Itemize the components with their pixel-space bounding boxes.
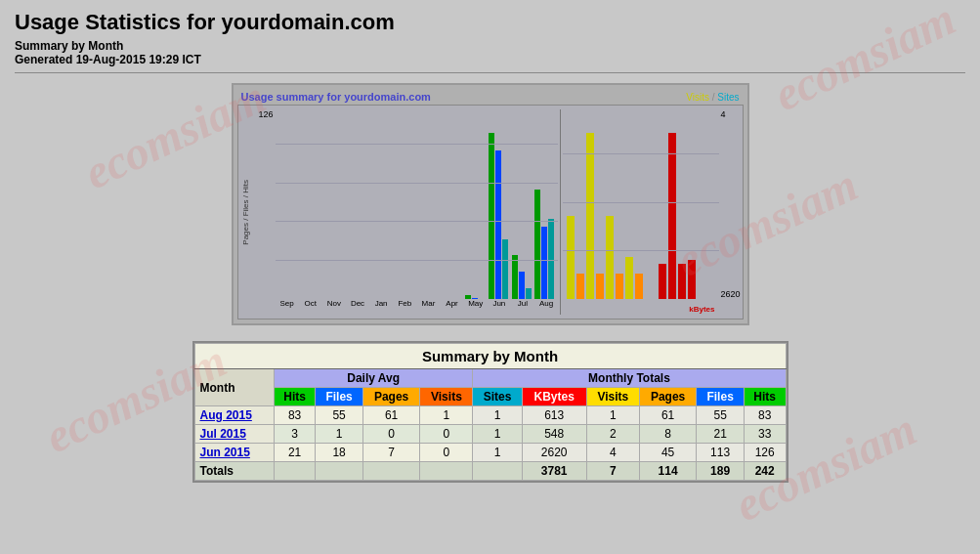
cell-pages-d-1: 0 (362, 425, 420, 444)
cell-pages-1: 8 (639, 425, 697, 444)
y-axis-left-label: Pages / Files / Hits (241, 180, 250, 245)
bar-group-nov (323, 106, 347, 299)
x-label-dec: Dec (346, 299, 369, 319)
cell-pages-d-0: 61 (362, 406, 420, 425)
x-label-jun: Jun (488, 299, 511, 319)
th-pages: Pages (362, 388, 420, 406)
totals-files: 189 (697, 462, 744, 481)
generated-text: Generated 19-Aug-2015 19:29 ICT (15, 53, 965, 66)
th-files: Files (316, 388, 362, 406)
cell-hits-2: 126 (744, 444, 786, 462)
table-row: Aug 2015 83 55 61 1 1 613 1 61 55 83 (194, 406, 786, 425)
totals-hits: 242 (744, 462, 786, 481)
totals-kbytes: 3781 (522, 462, 586, 481)
bar-pages-jun (502, 239, 508, 299)
bar-hits-aug (534, 190, 540, 299)
cell-pages-0: 61 (639, 406, 697, 425)
cell-month-2[interactable]: Jun 2015 (194, 444, 274, 462)
x-labels-left: SepOctNovDecJanFebMarAprMayJunJulAug (276, 299, 559, 319)
cell-sites-1: 1 (473, 425, 522, 444)
legend-sites: Sites (717, 92, 739, 103)
bar-visits-right-aug (625, 257, 633, 299)
summary-table-wrapper: Summary by Month Month Daily Avg Monthly… (192, 341, 788, 483)
th-sites: Sites (473, 388, 522, 406)
th-visits: Visits (420, 388, 473, 406)
cell-kbytes-0: 613 (522, 406, 586, 425)
bar-hits-jun (489, 133, 494, 299)
bar-sites-right-jun (596, 274, 604, 299)
th-visits2: Visits (586, 388, 639, 406)
th-hits2: Hits (744, 388, 786, 406)
x-label-mar: Mar (416, 299, 440, 319)
bar-visits-right-jun (586, 133, 594, 299)
right-bars (563, 106, 718, 299)
bar-group-jun (487, 106, 510, 299)
totals-pages: 114 (639, 462, 697, 481)
bar-group-dec (347, 106, 370, 299)
bar-hits-jul (512, 255, 518, 299)
bar-group-sep (277, 106, 301, 299)
y-left-top: 126 (258, 109, 273, 119)
bar-sites-right-jul (616, 274, 623, 299)
subtitle: Summary by Month (15, 39, 965, 53)
summary-table: Summary by Month Month Daily Avg Monthly… (194, 343, 787, 481)
chart-title-row: Usage summary for yourdomain.com Visits … (237, 89, 744, 105)
table-title: Summary by Month (194, 344, 786, 369)
left-bars-area: SepOctNovDecJanFebMarAprMayJunJulAug (276, 106, 559, 319)
x-label-aug: Aug (534, 299, 558, 319)
cell-visits-1: 2 (586, 425, 639, 444)
cell-pages-2: 45 (639, 444, 697, 462)
bar-group-jan (370, 106, 394, 299)
bar-kbytes-jun (668, 133, 676, 299)
th-monthly-totals: Monthly Totals (473, 369, 786, 388)
month-link-0[interactable]: Aug 2015 (200, 408, 252, 422)
bar-sites-right-aug (635, 274, 643, 299)
left-bars (276, 106, 559, 299)
cell-month-1[interactable]: Jul 2015 (194, 425, 274, 444)
x-label-feb: Feb (393, 299, 416, 319)
divider (15, 72, 965, 73)
bar-sites-right-may (576, 274, 584, 299)
month-link-1[interactable]: Jul 2015 (200, 427, 246, 441)
chart-title: Usage summary for yourdomain.com (241, 91, 431, 103)
bar-group-apr (440, 106, 463, 299)
table-body: Aug 2015 83 55 61 1 1 613 1 61 55 83 Jul… (194, 406, 786, 462)
th-daily-avg: Daily Avg (274, 369, 473, 388)
right-kbytes-group (659, 106, 696, 299)
y-right-top: 4 (721, 109, 726, 119)
th-files2: Files (697, 388, 744, 406)
month-link-2[interactable]: Jun 2015 (200, 446, 250, 459)
cell-hits-d-0: 83 (274, 406, 316, 425)
cell-month-0[interactable]: Aug 2015 (194, 406, 274, 425)
cell-pages-d-2: 7 (362, 444, 420, 462)
x-label-jul: Jul (511, 299, 534, 319)
kbytes-label: kBytes (689, 305, 714, 314)
cell-files-1: 21 (697, 425, 744, 444)
cell-visits-d-1: 0 (420, 425, 473, 444)
x-label-jan: Jan (369, 299, 393, 319)
cell-visits-0: 1 (586, 406, 639, 425)
bar-files-jul (519, 272, 525, 299)
bar-files-jun (495, 150, 501, 299)
totals-visits: 7 (586, 462, 639, 481)
bar-files-aug (541, 227, 547, 299)
cell-files-d-0: 55 (316, 406, 362, 425)
th-pages2: Pages (639, 388, 697, 406)
cell-files-0: 55 (697, 406, 744, 425)
bar-group-may (463, 106, 487, 299)
bar-group-mar (416, 106, 440, 299)
bar-pages-aug (548, 219, 554, 299)
bar-group-aug (533, 106, 556, 299)
y-right-bot: 2620 (721, 289, 741, 299)
bar-kbytes-may (659, 264, 666, 299)
x-label-sep: Sep (276, 299, 299, 319)
cell-kbytes-2: 2620 (522, 444, 586, 462)
bar-visits-right-jul (606, 216, 614, 299)
cell-visits-d-0: 1 (420, 406, 473, 425)
totals-row: Totals 3781 7 114 189 242 (194, 462, 786, 481)
cell-hits-1: 33 (744, 425, 786, 444)
cell-visits-2: 4 (586, 444, 639, 462)
cell-hits-d-2: 21 (274, 444, 316, 462)
th-hits: Hits (274, 388, 316, 406)
cell-sites-2: 1 (473, 444, 522, 462)
